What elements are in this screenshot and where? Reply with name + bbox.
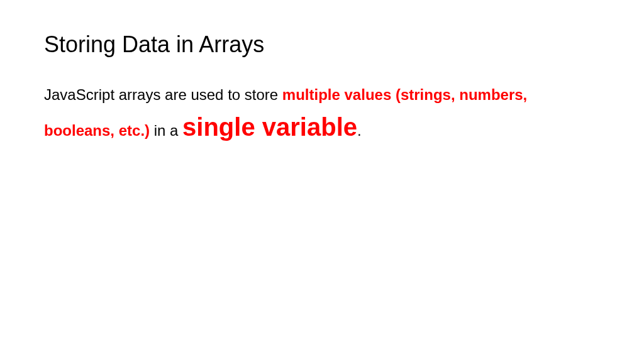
body-text-part3: .: [357, 122, 362, 139]
slide-title: Storing Data in Arrays: [44, 31, 600, 58]
body-highlight-single-variable: single variable: [182, 113, 357, 141]
body-text-part2: in a: [154, 122, 182, 139]
slide-body: JavaScript arrays are used to store mult…: [44, 83, 600, 147]
body-text-part1: JavaScript arrays are used to store: [44, 86, 282, 103]
